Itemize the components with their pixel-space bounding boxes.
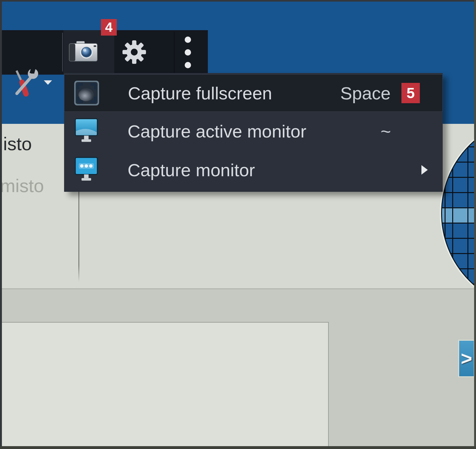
tools-icon bbox=[10, 67, 40, 99]
capture-dropdown-menu: Capture fullscreen Space 5 Captur bbox=[64, 73, 443, 192]
more-options-button[interactable] bbox=[175, 30, 208, 75]
expand-next-button[interactable]: > bbox=[459, 341, 474, 376]
toolbar-separator bbox=[62, 33, 63, 71]
gear-icon bbox=[122, 40, 147, 66]
active-monitor-icon bbox=[74, 117, 99, 146]
camera-capture-button[interactable] bbox=[63, 30, 114, 75]
menu-item-capture-monitor[interactable]: Capture monitor bbox=[64, 151, 443, 189]
menu-item-label: Capture monitor bbox=[128, 160, 255, 180]
frame-border bbox=[0, 0, 2, 449]
background-text-fragment: misto bbox=[0, 177, 44, 195]
callout-badge-4: 4 bbox=[101, 19, 117, 36]
callout-badge-5: 5 bbox=[401, 83, 420, 103]
camera-icon bbox=[69, 40, 98, 63]
menu-item-shortcut: Space bbox=[340, 83, 391, 104]
frame-border bbox=[0, 0, 476, 2]
fullscreen-capture-icon bbox=[74, 78, 99, 108]
tools-button[interactable] bbox=[2, 30, 62, 75]
frame-border bbox=[474, 0, 476, 449]
menu-item-label: Capture fullscreen bbox=[128, 83, 272, 104]
kebab-menu-icon bbox=[184, 36, 192, 70]
menu-item-capture-active-monitor[interactable]: Capture active monitor ~ bbox=[64, 112, 443, 151]
chevron-down-icon bbox=[44, 80, 52, 85]
monitor-list-icon bbox=[74, 155, 99, 184]
background-panel bbox=[1, 322, 329, 449]
chevron-right-icon: > bbox=[461, 349, 472, 368]
menu-item-label: Capture active monitor bbox=[128, 121, 306, 142]
menu-item-shortcut: ~ bbox=[380, 121, 391, 142]
screenshot-frame: isto misto > bbox=[0, 0, 476, 449]
toolbar-separator bbox=[174, 31, 175, 73]
frame-border bbox=[0, 446, 476, 449]
toolbar bbox=[2, 30, 208, 75]
background-text-fragment: isto bbox=[3, 135, 32, 153]
background-divider-line bbox=[78, 192, 79, 282]
settings-button[interactable] bbox=[115, 30, 174, 75]
menu-item-capture-fullscreen[interactable]: Capture fullscreen Space 5 bbox=[64, 74, 443, 112]
submenu-arrow-icon bbox=[421, 165, 428, 175]
